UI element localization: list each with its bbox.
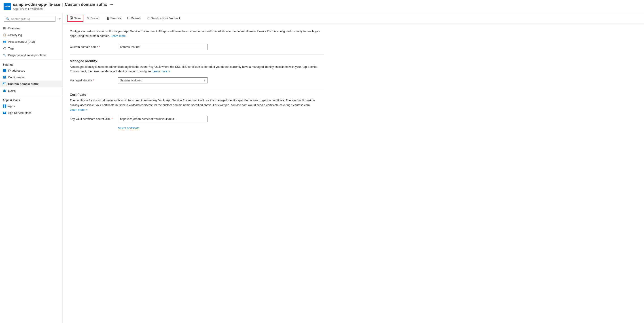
locks-icon — [3, 89, 6, 92]
sidebar-item-app-service-plans[interactable]: App Service plans — [0, 110, 62, 116]
svg-rect-9 — [3, 90, 6, 92]
managed-identity-select-wrapper[interactable]: System assigned User assigned ∨ — [118, 78, 208, 84]
learn-more-link[interactable]: Learn more — [111, 34, 126, 38]
certificate-description: The certificate for custom domain suffix… — [70, 98, 324, 112]
svg-point-15 — [4, 112, 5, 113]
page-description: Configure a custom domain suffix for you… — [70, 29, 324, 38]
search-input[interactable] — [11, 17, 54, 20]
sidebar: 🔍 « ⊞ Overview 📋 Activity log 👥 Access c… — [0, 13, 62, 323]
sidebar-item-diagnose[interactable]: 🔧 Diagnose and solve problems — [0, 52, 62, 58]
ip-addresses-icon — [3, 69, 6, 72]
sidebar-item-custom-domain-suffix[interactable]: Custom domain suffix — [0, 80, 62, 87]
discard-icon: ✕ — [87, 16, 90, 20]
resource-subtitle: App Service Environment — [13, 8, 113, 10]
managed-identity-section-title: Managed identity — [70, 59, 324, 63]
apps-plans-section-label: Apps & Plans — [0, 96, 62, 103]
feedback-icon: ♡ — [147, 16, 150, 20]
svg-rect-4 — [4, 76, 5, 78]
activity-log-icon: 📋 — [3, 33, 6, 37]
tags-icon: 🏷 — [3, 46, 6, 50]
sidebar-item-locks[interactable]: Locks — [0, 87, 62, 94]
search-box[interactable]: 🔍 — [4, 16, 56, 22]
resource-icon: www — [4, 3, 11, 10]
key-vault-url-input[interactable] — [118, 116, 208, 122]
svg-rect-5 — [5, 76, 6, 78]
required-indicator-3: * — [112, 117, 113, 120]
sidebar-item-ip-addresses[interactable]: IP addresses — [0, 67, 62, 74]
save-button[interactable]: Save — [67, 15, 84, 22]
svg-rect-12 — [3, 106, 4, 108]
svg-rect-1 — [3, 70, 6, 71]
key-vault-url-label: Key Vault certificate secret URL * — [70, 117, 114, 120]
svg-rect-2 — [3, 71, 6, 72]
refresh-icon: ↻ — [127, 16, 130, 20]
sidebar-item-access-control[interactable]: 👥 Access control (IAM) — [0, 38, 62, 45]
apps-icon — [3, 104, 6, 108]
discard-button[interactable]: ✕ Discard — [84, 15, 103, 22]
svg-rect-0 — [3, 69, 6, 70]
main-content: Save ✕ Discard 🗑 Remove ↻ Refresh ♡ Send… — [62, 13, 644, 323]
managed-identity-group: Managed identity * System assigned User … — [70, 78, 324, 84]
feedback-button[interactable]: ♡ Send us your feedback — [144, 15, 183, 22]
page-title: sample-cdns-app-ilb-ase | Custom domain … — [13, 2, 113, 7]
external-link-icon: ↗ — [168, 70, 170, 73]
svg-rect-13 — [5, 106, 6, 108]
remove-button[interactable]: 🗑 Remove — [104, 15, 124, 22]
more-options-icon[interactable]: ··· — [110, 2, 113, 7]
required-indicator: * — [99, 45, 100, 48]
svg-rect-17 — [71, 16, 72, 18]
diagnose-icon: 🔧 — [3, 53, 6, 57]
save-icon — [70, 16, 73, 20]
overview-icon: ⊞ — [3, 26, 6, 30]
svg-rect-10 — [3, 104, 4, 106]
custom-domain-name-label: Custom domain name * — [70, 45, 114, 48]
remove-icon: 🗑 — [106, 16, 109, 20]
select-certificate-link[interactable]: Select certificate — [118, 126, 139, 130]
collapse-sidebar-button[interactable]: « — [58, 17, 60, 21]
sidebar-item-apps[interactable]: Apps — [0, 103, 62, 110]
custom-domain-name-input[interactable] — [118, 44, 208, 50]
sidebar-item-configuration[interactable]: Configuration — [0, 74, 62, 80]
settings-section-label: Settings — [0, 60, 62, 67]
managed-identity-learn-more-link[interactable]: Learn more ↗ — [152, 69, 170, 74]
header-title-block: sample-cdns-app-ilb-ase | Custom domain … — [13, 2, 113, 10]
svg-rect-11 — [5, 104, 6, 106]
certificate-section-title: Certificate — [70, 92, 324, 96]
content-area: Configure a custom domain suffix for you… — [62, 24, 331, 135]
svg-rect-7 — [3, 83, 4, 84]
key-vault-url-group: Key Vault certificate secret URL * — [70, 116, 324, 122]
search-icon: 🔍 — [6, 17, 10, 20]
page-header: www sample-cdns-app-ilb-ase | Custom dom… — [0, 0, 644, 13]
certificate-learn-more-link[interactable]: Learn more ↗ — [70, 108, 87, 112]
sidebar-item-overview[interactable]: ⊞ Overview — [0, 25, 62, 32]
external-link-icon-2: ↗ — [86, 108, 87, 112]
toolbar: Save ✕ Discard 🗑 Remove ↻ Refresh ♡ Send… — [62, 13, 644, 24]
access-control-icon: 👥 — [3, 40, 6, 44]
sidebar-item-tags[interactable]: 🏷 Tags — [0, 45, 62, 52]
svg-rect-18 — [71, 18, 72, 19]
svg-rect-3 — [3, 76, 4, 78]
select-certificate-wrapper: Select certificate — [118, 126, 324, 130]
managed-identity-label: Managed identity * — [70, 79, 114, 82]
app-service-plans-icon — [3, 111, 6, 114]
custom-domain-icon — [3, 82, 6, 86]
configuration-icon — [3, 76, 6, 79]
managed-identity-description: A managed identity is used to authentica… — [70, 65, 324, 74]
custom-domain-name-group: Custom domain name * — [70, 44, 324, 50]
required-indicator-2: * — [93, 79, 94, 82]
sidebar-item-activity-log[interactable]: 📋 Activity log — [0, 32, 62, 38]
managed-identity-select[interactable]: System assigned User assigned — [118, 78, 208, 84]
refresh-button[interactable]: ↻ Refresh — [124, 15, 144, 22]
